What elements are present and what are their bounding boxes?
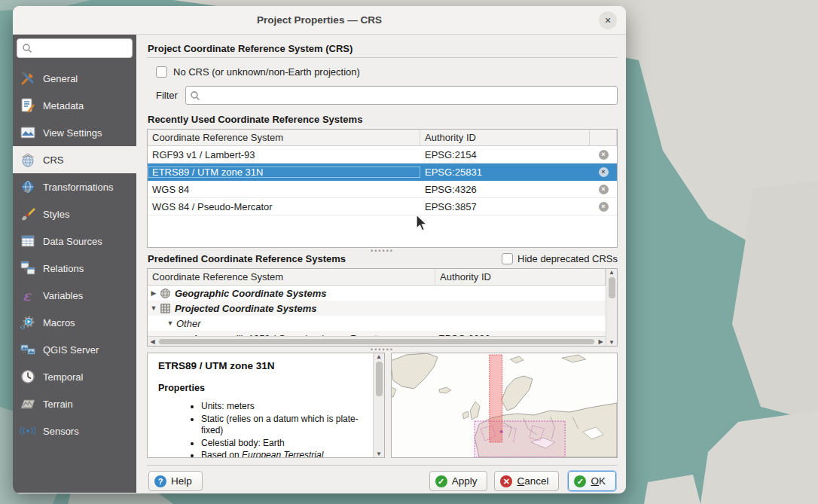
- sidebar-item-temporal[interactable]: Temporal: [13, 363, 136, 390]
- dialog-title: Project Properties — CRS: [257, 14, 382, 26]
- close-icon[interactable]: ×: [599, 11, 617, 29]
- sidebar-item-view-settings[interactable]: View Settings: [13, 119, 136, 146]
- metadata-document-icon: [20, 97, 36, 114]
- sidebar-item-label: Macros: [43, 317, 75, 328]
- scroll-right-icon[interactable]: ▶: [596, 338, 606, 345]
- chevron-down-icon[interactable]: ▼: [164, 319, 176, 327]
- horizontal-scrollbar[interactable]: ◀ ▶: [148, 336, 606, 346]
- remove-crs-icon[interactable]: ×: [599, 185, 609, 194]
- scroll-up-icon[interactable]: ▲: [609, 269, 615, 276]
- sidebar-item-label: General: [43, 73, 78, 84]
- tree-row-projected[interactable]: ▼ Projected Coordinate Systems: [148, 301, 606, 316]
- vertical-scrollbar[interactable]: ▲ ▼: [373, 353, 384, 457]
- sidebar-item-macros[interactable]: Macros: [13, 309, 136, 336]
- sidebar-item-label: Terrain: [43, 399, 73, 410]
- check-icon: ✓: [435, 475, 447, 487]
- terrain-icon: [20, 396, 36, 412]
- sidebar-item-label: Temporal: [43, 371, 83, 383]
- column-header-authority[interactable]: Authority ID: [435, 269, 606, 285]
- sidebar-item-styles[interactable]: Styles: [13, 200, 136, 228]
- project-properties-dialog: Project Properties — CRS × General: [13, 6, 626, 493]
- sidebar-item-label: Sensors: [43, 426, 79, 437]
- scrollbar-thumb[interactable]: [376, 362, 383, 396]
- scroll-down-icon[interactable]: ▼: [609, 339, 615, 346]
- globe-icon: [160, 288, 171, 299]
- sidebar-item-general[interactable]: General: [13, 65, 136, 92]
- chevron-right-icon[interactable]: ▶: [148, 289, 160, 297]
- column-header-authority[interactable]: Authority ID: [420, 130, 590, 145]
- check-icon: ✓: [574, 475, 586, 487]
- table-row-selected[interactable]: ETRS89 / UTM zone 31N EPSG:25831 ×: [148, 163, 617, 181]
- scroll-up-icon[interactable]: ▲: [376, 353, 382, 360]
- sidebar-item-sensors[interactable]: Sensors: [13, 417, 136, 444]
- tree-row-ammassalik[interactable]: Ammassalik 1958 / Greenland zone 7 east …: [148, 331, 606, 336]
- dialog-titlebar[interactable]: Project Properties — CRS ×: [13, 6, 626, 35]
- crs-detail-title: ETRS89 / UTM zone 31N: [158, 360, 370, 371]
- table-row[interactable]: WGS 84 / Pseudo-Mercator EPSG:3857 ×: [148, 198, 617, 215]
- authority-cell[interactable]: EPSG:2154: [420, 149, 590, 160]
- sidebar-item-relations[interactable]: Relations: [13, 255, 136, 282]
- epsilon-icon: ε: [20, 287, 36, 304]
- crs-globe-icon: [20, 151, 36, 168]
- cancel-button[interactable]: ✕ Cancel: [494, 471, 559, 491]
- scrollbar-thumb[interactable]: [159, 339, 594, 344]
- table-row[interactable]: WGS 84 EPSG:4326 ×: [148, 181, 617, 198]
- sidebar-item-variables[interactable]: ε Variables: [13, 282, 136, 309]
- page-title: Project Coordinate Reference System (CRS…: [148, 43, 618, 54]
- sidebar-item-label: QGIS Server: [43, 344, 99, 356]
- properties-list: Units: meters Static (relies on a datum …: [201, 401, 370, 457]
- sidebar-item-crs[interactable]: CRS: [13, 146, 136, 173]
- mouse-cursor: [414, 213, 429, 234]
- tree-row-geographic[interactable]: ▶ Geographic Coordinate Systems: [148, 286, 606, 301]
- splitter-handle[interactable]: ••••••: [147, 347, 618, 352]
- column-header-crs[interactable]: Coordinate Reference System: [148, 269, 435, 285]
- sidebar-item-qgis-server[interactable]: QGIS Server: [13, 336, 136, 363]
- search-icon: [22, 43, 32, 53]
- ok-button[interactable]: ✓ OK: [568, 471, 616, 491]
- tree-label: Geographic Coordinate Systems: [175, 288, 327, 299]
- sensors-signal-icon: [20, 423, 36, 439]
- splitter-handle[interactable]: ••••••: [147, 248, 618, 253]
- predefined-crs-table: Coordinate Reference System Authority ID…: [147, 268, 618, 347]
- chevron-down-icon[interactable]: ▼: [148, 304, 160, 312]
- hide-deprecated-checkbox[interactable]: [502, 253, 513, 264]
- authority-cell[interactable]: EPSG:4326: [420, 184, 590, 195]
- crs-name-cell[interactable]: WGS 84 / Pseudo-Mercator: [148, 201, 420, 212]
- grid-icon: [160, 303, 171, 314]
- recent-crs-table: Coordinate Reference System Authority ID…: [147, 129, 618, 248]
- crs-name-cell[interactable]: RGF93 v1 / Lambert-93: [148, 149, 420, 160]
- sidebar-item-label: Transformations: [43, 182, 113, 193]
- paintbrush-icon: [20, 206, 36, 222]
- property-item: Celestial body: Earth: [201, 438, 370, 450]
- column-header-crs[interactable]: Coordinate Reference System: [148, 130, 420, 145]
- apply-button[interactable]: ✓ Apply: [429, 471, 488, 491]
- remove-crs-icon[interactable]: ×: [599, 167, 609, 177]
- column-header-remove[interactable]: [590, 130, 617, 145]
- crs-name-cell[interactable]: ETRS89 / UTM zone 31N: [148, 166, 420, 178]
- filter-input[interactable]: [185, 86, 618, 105]
- help-button[interactable]: ? Help: [148, 471, 203, 491]
- vertical-scrollbar[interactable]: ▲ ▼: [606, 269, 617, 346]
- tree-row-other[interactable]: ▼ Other: [148, 316, 606, 331]
- remove-crs-icon[interactable]: ×: [599, 150, 609, 160]
- remove-crs-icon[interactable]: ×: [599, 202, 609, 212]
- sidebar-item-label: Data Sources: [43, 236, 102, 247]
- authority-cell[interactable]: EPSG:25831: [420, 166, 590, 178]
- crs-name-cell[interactable]: WGS 84: [148, 184, 420, 195]
- sidebar-item-terrain[interactable]: Terrain: [13, 390, 136, 417]
- crs-properties-panel: ETRS89 / UTM zone 31N Properties Units: …: [147, 353, 385, 458]
- scroll-left-icon[interactable]: ◀: [148, 338, 157, 345]
- tools-icon: [20, 70, 36, 87]
- sidebar-item-data-sources[interactable]: Data Sources: [13, 228, 136, 255]
- svg-text:ε: ε: [23, 288, 32, 304]
- sidebar-item-transformations[interactable]: Transformations: [13, 173, 136, 200]
- view-settings-icon: [20, 124, 36, 141]
- no-crs-checkbox[interactable]: [156, 66, 167, 78]
- sidebar-search-input[interactable]: [17, 38, 133, 58]
- scrollbar-thumb[interactable]: [609, 277, 615, 298]
- table-row[interactable]: RGF93 v1 / Lambert-93 EPSG:2154 ×: [148, 146, 617, 163]
- sidebar-item-metadata[interactable]: Metadata: [13, 92, 136, 119]
- scroll-down-icon[interactable]: ▼: [376, 451, 382, 457]
- authority-cell[interactable]: EPSG:3857: [420, 201, 590, 212]
- data-table-icon: [20, 233, 36, 249]
